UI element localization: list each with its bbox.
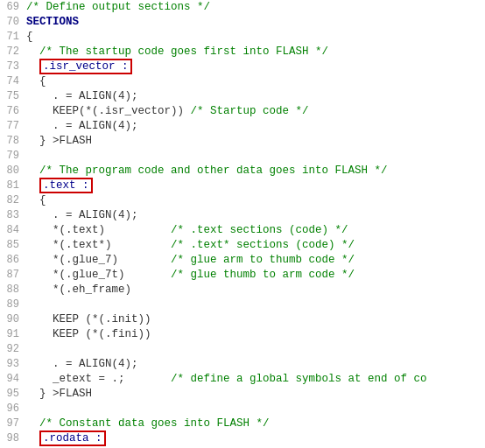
code-text: { xyxy=(26,75,46,88)
comment-text: /* glue thumb to arm code */ xyxy=(171,269,355,281)
line-number: 72 xyxy=(0,45,26,60)
line-number: 83 xyxy=(0,208,26,223)
line-content: . = ALIGN(4); xyxy=(26,208,485,223)
code-text xyxy=(26,60,39,73)
comment-text: /* .text sections (code) */ xyxy=(171,224,348,236)
line-number: 85 xyxy=(0,238,26,253)
code-text: . = ALIGN(4); xyxy=(26,90,138,102)
line-content: /* The startup code goes first into FLAS… xyxy=(26,45,485,60)
code-line: 94 _etext = .; /* define a global symbol… xyxy=(0,372,485,387)
code-line: 70SECTIONS xyxy=(0,15,485,30)
line-number: 70 xyxy=(0,15,26,30)
code-text: /* The startup code goes first into FLAS… xyxy=(26,46,328,58)
code-line: 91 KEEP (*(.fini)) xyxy=(0,327,485,342)
line-number: 94 xyxy=(0,372,26,387)
code-text xyxy=(26,179,39,192)
code-text xyxy=(26,432,39,444)
line-number: 82 xyxy=(0,193,26,208)
line-number: 76 xyxy=(0,104,26,119)
line-content: . = ALIGN(4); xyxy=(26,357,485,372)
line-number: 73 xyxy=(0,60,26,74)
line-content: /* Define output sections */ xyxy=(26,0,485,15)
code-line: 78 } >FLASH xyxy=(0,134,485,149)
code-line: 87 *(.glue_7t) /* glue thumb to arm code… xyxy=(0,268,485,283)
comment-text: /* .text* sections (code) */ xyxy=(171,239,355,251)
highlighted-label: .isr_vector : xyxy=(39,59,132,74)
code-line: 97 /* Constant data goes into FLASH */ xyxy=(0,416,485,431)
line-number: 79 xyxy=(0,149,26,164)
code-line: 95 } >FLASH xyxy=(0,387,485,402)
code-text: KEEP (*(.fini)) xyxy=(26,328,151,340)
line-number: 92 xyxy=(0,342,26,357)
code-line: 73 .isr_vector : xyxy=(0,60,485,74)
line-content: } >FLASH xyxy=(26,387,485,402)
line-content: { xyxy=(26,30,485,45)
line-content: KEEP (*(.init)) xyxy=(26,312,485,327)
code-line: 76 KEEP(*(.isr_vector)) /* Startup code … xyxy=(0,104,485,119)
line-number: 87 xyxy=(0,268,26,283)
code-text: SECTIONS xyxy=(26,16,79,28)
code-text: . = ALIGN(4); xyxy=(26,358,138,370)
code-text: *(.text) xyxy=(26,224,171,236)
code-line: 77 . = ALIGN(4); xyxy=(0,119,485,134)
code-text: } >FLASH xyxy=(26,135,92,147)
code-text: _etext = .; xyxy=(26,373,171,385)
code-line: 82 { xyxy=(0,193,485,208)
code-line: 84 *(.text) /* .text sections (code) */ xyxy=(0,223,485,238)
line-number: 77 xyxy=(0,119,26,134)
code-text: /* Constant data goes into FLASH */ xyxy=(26,417,270,430)
code-line: 89 xyxy=(0,298,485,312)
code-editor: 69/* Define output sections */70SECTIONS… xyxy=(0,0,485,448)
code-text: *(.glue_7t) xyxy=(26,269,171,281)
code-line: 98 .rodata : xyxy=(0,431,485,446)
line-number: 97 xyxy=(0,416,26,431)
line-content: /* The program code and other data goes … xyxy=(26,164,485,178)
code-text: . = ALIGN(4); xyxy=(26,120,138,132)
code-line: 72 /* The startup code goes first into F… xyxy=(0,45,485,60)
code-line: 79 xyxy=(0,149,485,164)
code-text: KEEP (*(.init)) xyxy=(26,313,151,326)
line-number: 96 xyxy=(0,402,26,416)
code-text: { xyxy=(26,194,46,206)
line-content: KEEP(*(.isr_vector)) /* Startup code */ xyxy=(26,104,485,119)
code-line: 69/* Define output sections */ xyxy=(0,0,485,15)
code-text: } >FLASH xyxy=(26,388,92,400)
code-line: 75 . = ALIGN(4); xyxy=(0,89,485,104)
line-number: 93 xyxy=(0,357,26,372)
line-number: 84 xyxy=(0,223,26,238)
line-content: *(.text) /* .text sections (code) */ xyxy=(26,223,485,238)
code-text: { xyxy=(26,31,33,43)
line-number: 91 xyxy=(0,327,26,342)
line-content: { xyxy=(26,74,485,89)
line-content: } >FLASH xyxy=(26,134,485,149)
line-content: KEEP (*(.fini)) xyxy=(26,327,485,342)
line-number: 75 xyxy=(0,89,26,104)
code-text: . = ALIGN(4); xyxy=(26,209,138,221)
code-text: *(.text*) xyxy=(26,239,171,251)
code-line: 74 { xyxy=(0,74,485,89)
line-number: 88 xyxy=(0,283,26,298)
line-number: 90 xyxy=(0,312,26,327)
code-text: *(.eh_frame) xyxy=(26,284,131,296)
code-line: 88 *(.eh_frame) xyxy=(0,283,485,298)
line-number: 89 xyxy=(0,298,26,312)
line-content: SECTIONS xyxy=(26,15,485,30)
line-content: . = ALIGN(4); xyxy=(26,89,485,104)
code-line: 92 xyxy=(0,342,485,357)
comment-text: /* define a global symbols at end of co xyxy=(171,373,427,385)
code-line: 96 xyxy=(0,402,485,416)
code-line: 90 KEEP (*(.init)) xyxy=(0,312,485,327)
code-line: 81 .text : xyxy=(0,178,485,193)
line-number: 80 xyxy=(0,164,26,178)
line-number: 69 xyxy=(0,0,26,15)
code-line: 71{ xyxy=(0,30,485,45)
line-content: *(.glue_7) /* glue arm to thumb code */ xyxy=(26,253,485,268)
line-content: { xyxy=(26,193,485,208)
line-content: _etext = .; /* define a global symbols a… xyxy=(26,372,485,387)
code-text: *(.glue_7) xyxy=(26,254,171,266)
line-number: 81 xyxy=(0,178,26,193)
line-content: *(.glue_7t) /* glue thumb to arm code */ xyxy=(26,268,485,283)
line-number: 98 xyxy=(0,431,26,446)
line-content: /* Constant data goes into FLASH */ xyxy=(26,416,485,431)
line-content: .isr_vector : xyxy=(26,60,485,74)
